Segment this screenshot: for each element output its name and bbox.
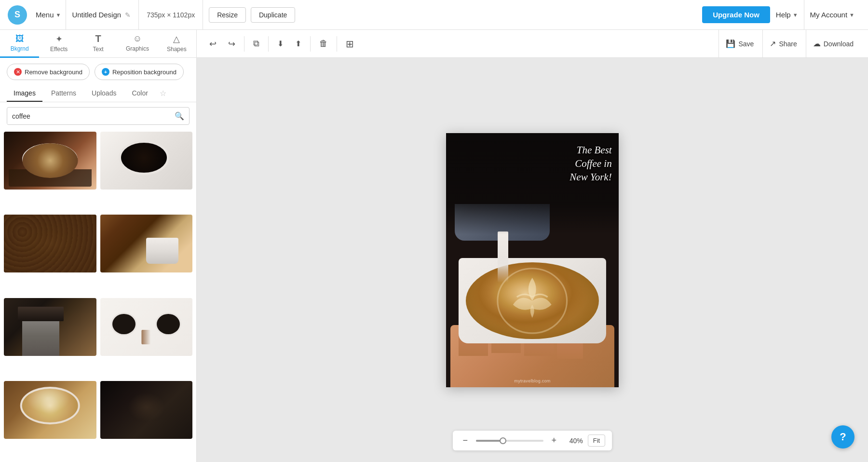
tab-color[interactable]: Color: [125, 85, 154, 102]
list-item[interactable]: [100, 132, 193, 190]
tool-text[interactable]: T Text: [79, 30, 118, 58]
canvas-area: The Best Coffee in New York! mytravelblo…: [197, 58, 868, 462]
list-item[interactable]: [4, 381, 96, 439]
account-label: My Account: [810, 11, 848, 19]
toolbar-divider-1: [244, 36, 244, 52]
tool-bkgrnd[interactable]: 🖼 Bkgrnd: [0, 30, 39, 58]
side-panel: ✕ Remove background + Reposition backgro…: [0, 58, 197, 462]
tool-effects[interactable]: ✦ Effects: [39, 30, 78, 58]
design-canvas[interactable]: The Best Coffee in New York! mytravelblo…: [446, 133, 619, 387]
search-input[interactable]: [7, 109, 170, 124]
side-tabs: Images Patterns Uploads Color ☆: [0, 85, 196, 102]
remove-bg-label: Remove background: [25, 68, 82, 76]
document-title: Untitled Design: [72, 11, 121, 19]
text-label: Text: [93, 46, 104, 53]
save-label: Save: [738, 40, 754, 48]
effects-label: Effects: [50, 46, 68, 53]
dimensions-text: 735px × 1102px: [147, 11, 195, 19]
layer-down-button[interactable]: ⬇: [272, 35, 288, 52]
account-button[interactable]: My Account ▼: [804, 0, 860, 30]
share-icon: ↗: [770, 39, 776, 48]
resize-button[interactable]: Resize: [209, 7, 246, 23]
shapes-label: Shapes: [167, 46, 187, 53]
list-item[interactable]: [100, 381, 193, 439]
main-toolbar: 🖼 Bkgrnd ✦ Effects T Text ☺ Graphics △ S…: [0, 30, 868, 58]
tab-patterns[interactable]: Patterns: [44, 85, 83, 102]
zoom-out-button[interactable]: −: [460, 435, 471, 447]
graphics-icon: ☺: [133, 34, 142, 44]
list-item[interactable]: [4, 298, 96, 356]
zoom-slider-thumb: [500, 437, 506, 444]
zoom-in-button[interactable]: +: [548, 435, 560, 447]
remove-background-button[interactable]: ✕ Remove background: [7, 64, 90, 80]
toolbar-divider-4: [337, 36, 337, 52]
help-label: Help: [776, 11, 791, 19]
upgrade-button[interactable]: Upgrade Now: [702, 6, 770, 23]
tool-graphics[interactable]: ☺ Graphics: [118, 30, 157, 58]
toolbar-right: 💾 Save ↗ Share ☁ Download: [719, 30, 868, 58]
main-layout: ✕ Remove background + Reposition backgro…: [0, 58, 868, 462]
text-icon: T: [95, 33, 101, 44]
search-box: 🔍: [7, 107, 190, 125]
effects-icon: ✦: [55, 34, 63, 44]
tool-shapes[interactable]: △ Shapes: [157, 30, 196, 58]
dimensions-display: 735px × 1102px: [147, 0, 203, 30]
bkgrnd-label: Bkgrnd: [11, 45, 29, 52]
remove-bg-icon: ✕: [14, 68, 22, 76]
menu-label: Menu: [36, 11, 54, 19]
image-grid: [0, 130, 196, 462]
edit-title-icon[interactable]: ✎: [125, 11, 131, 19]
grid-button[interactable]: ⊞: [341, 34, 359, 54]
toolbar-divider-3: [310, 36, 311, 52]
share-label: Share: [779, 40, 797, 48]
list-item[interactable]: [4, 215, 96, 272]
canvas-wrapper: The Best Coffee in New York! mytravelblo…: [446, 133, 619, 387]
reposition-background-button[interactable]: + Reposition background: [95, 64, 184, 80]
copy-button[interactable]: ⧉: [248, 35, 264, 53]
fit-button[interactable]: Fit: [588, 435, 605, 447]
tab-uploads[interactable]: Uploads: [85, 85, 123, 102]
menu-button[interactable]: Menu ▼: [31, 0, 66, 30]
zoom-bar: − + 40% Fit: [453, 431, 612, 450]
undo-button[interactable]: ↩: [204, 35, 221, 53]
toolbar-actions: ↩ ↪ ⧉ ⬇ ⬆ 🗑 ⊞: [197, 34, 719, 54]
download-button[interactable]: ☁ Download: [806, 30, 860, 58]
graphics-label: Graphics: [126, 45, 149, 52]
zoom-percentage: 40%: [565, 437, 583, 445]
zoom-slider[interactable]: [476, 440, 543, 442]
search-area: 🔍: [0, 102, 196, 130]
help-chevron-icon: ▼: [793, 12, 798, 18]
favorites-icon[interactable]: ☆: [157, 85, 169, 102]
side-top-buttons: ✕ Remove background + Reposition backgro…: [0, 58, 196, 85]
list-item[interactable]: [100, 298, 193, 356]
save-icon: 💾: [726, 39, 735, 48]
list-item[interactable]: [100, 215, 193, 272]
delete-button[interactable]: 🗑: [314, 35, 333, 53]
avatar: S: [8, 5, 27, 25]
save-button[interactable]: 💾 Save: [719, 30, 760, 58]
toolbar-divider-2: [268, 36, 269, 52]
menu-chevron-icon: ▼: [56, 12, 61, 18]
search-button[interactable]: 🔍: [170, 108, 189, 124]
tool-sidebar: 🖼 Bkgrnd ✦ Effects T Text ☺ Graphics △ S…: [0, 30, 197, 58]
duplicate-button[interactable]: Duplicate: [251, 7, 295, 23]
reposition-bg-label: Reposition background: [112, 68, 176, 76]
download-label: Download: [824, 40, 854, 48]
list-item[interactable]: [4, 132, 96, 190]
canvas-footer-text: mytravelblog.com: [514, 379, 550, 383]
help-fab-button[interactable]: ?: [831, 425, 854, 448]
zoom-slider-fill: [476, 440, 503, 442]
title-area: Untitled Design ✎: [72, 0, 139, 30]
share-button[interactable]: ↗ Share: [762, 30, 803, 58]
account-chevron-icon: ▼: [849, 12, 854, 18]
shapes-icon: △: [173, 34, 180, 44]
layer-up-button[interactable]: ⬆: [290, 35, 306, 52]
canvas-title-text: The Best Coffee in New York!: [506, 143, 611, 184]
redo-button[interactable]: ↪: [223, 35, 240, 53]
bkgrnd-icon: 🖼: [15, 34, 24, 44]
top-bar: S Menu ▼ Untitled Design ✎ 735px × 1102p…: [0, 0, 868, 30]
tab-images[interactable]: Images: [7, 85, 42, 102]
download-cloud-icon: ☁: [813, 39, 821, 48]
reposition-bg-icon: +: [102, 68, 109, 76]
help-button[interactable]: Help ▼: [770, 8, 804, 22]
